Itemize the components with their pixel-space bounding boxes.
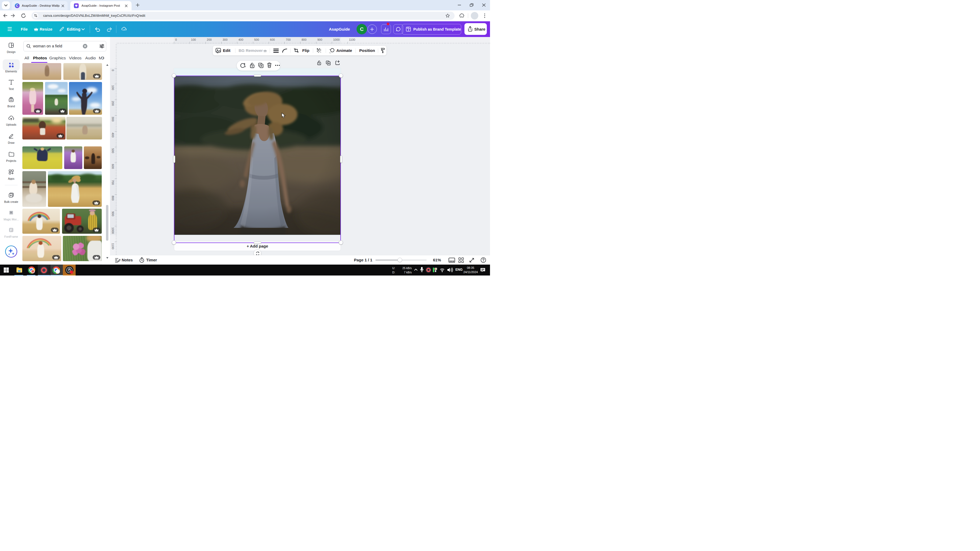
svg-text:F: F: [10, 229, 12, 232]
svg-text:C: C: [16, 4, 18, 8]
svg-text:co: co: [10, 99, 13, 102]
